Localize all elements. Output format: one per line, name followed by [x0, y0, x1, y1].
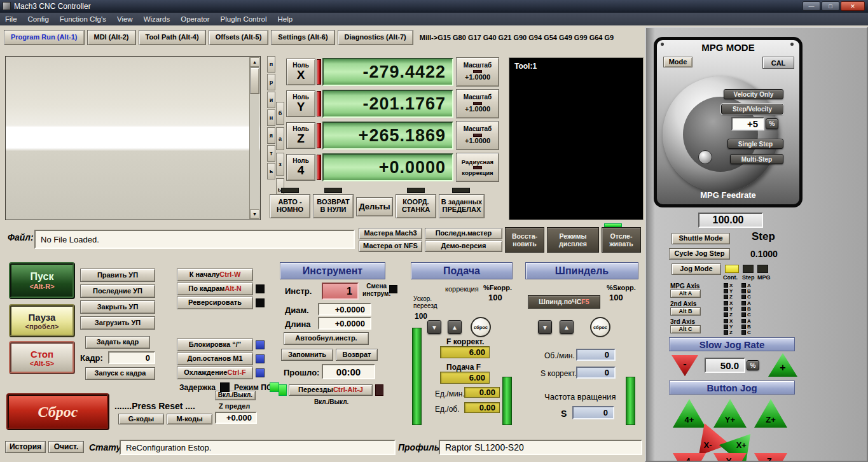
reverse-run-button[interactable]: Реверсировать [177, 297, 253, 309]
gcode-selected-line[interactable] [6, 127, 249, 139]
accept-letter[interactable]: н [267, 109, 275, 126]
menu-item-config[interactable]: Config [28, 15, 49, 23]
block-delete-button[interactable]: Блокировка “/” [177, 339, 253, 351]
jog-4-plus-button[interactable]: 4+ [673, 398, 706, 428]
zero-4-button[interactable]: Ноль 4 [286, 154, 315, 181]
spindle-reset-button[interactable]: сброс [590, 317, 610, 337]
file-name-field[interactable]: No File Loaded. [34, 230, 355, 249]
dro-z-value[interactable]: +265.1869 [322, 122, 453, 150]
second-axis-alt-b-button[interactable]: Alt B [670, 307, 701, 316]
zero-y-button[interactable]: Ноль Y [286, 90, 315, 117]
mpg-axis-alt-a-button[interactable]: Alt A [670, 290, 701, 298]
slow-jog-percent-button[interactable]: % [747, 360, 759, 370]
mpg-wheel-knob[interactable] [698, 150, 712, 164]
accept-letter[interactable]: и [267, 92, 275, 108]
scroll-up-button[interactable]: ▲ [250, 57, 259, 67]
spindle-cw-button[interactable]: Шпинд.поЧС F5 [528, 295, 600, 309]
menu-item-plugin-control[interactable]: PlugIn Control [221, 15, 267, 23]
rewind-button[interactable]: К началу Ctrl-W [177, 269, 253, 281]
demo-version-button[interactable]: Демо-версия [425, 241, 502, 252]
spindle-raise-button[interactable]: ▲ [560, 320, 574, 334]
coolant-button[interactable]: ОхлаждениеCtrl-F [177, 367, 253, 379]
z-inhibit-toggle[interactable]: Вкл./Выкл. [215, 391, 256, 400]
slow-jog-value[interactable]: 50.0 [705, 358, 745, 373]
return-position-button[interactable]: Возврат [336, 349, 378, 361]
menu-item-file[interactable]: File [5, 15, 17, 23]
soft-limits-button[interactable]: В заданныхПРЕДЕЛАХ [439, 194, 485, 218]
accept-letter[interactable]: ь [267, 163, 275, 179]
vertical-scrollbar[interactable]: ▲ ▼ [249, 57, 259, 219]
accept-letter[interactable]: п [267, 56, 275, 73]
display-mode-button[interactable]: Режимыдисплея [547, 227, 599, 253]
wizards-button[interactable]: Мастера Mach3 [359, 228, 422, 239]
dro-y-value[interactable]: -201.1767 [322, 90, 453, 118]
tab-tool-path[interactable]: Tool Path (Alt-4) [139, 30, 206, 45]
feed-lower-button[interactable]: ▼ [427, 320, 441, 334]
scale-y-button[interactable]: Масштаб +1.0000 [456, 89, 499, 118]
mpg-feedrate-value[interactable]: 100.00 [698, 213, 763, 228]
accept-letter[interactable]: я [267, 127, 275, 144]
jog-y-minus-button[interactable]: Y- [713, 453, 747, 462]
goto-zeros-button[interactable]: ВОЗВРАТВ НУЛИ [313, 194, 354, 218]
set-next-line-button[interactable]: Задать кадр [85, 336, 150, 349]
shuttle-mode-button[interactable]: Shuttle Mode [672, 233, 730, 244]
line-number-field[interactable]: 0 [108, 351, 155, 364]
accept-letter[interactable]: р [267, 74, 275, 90]
menu-item-help[interactable]: Help [277, 15, 293, 23]
gcodes-button[interactable]: G-коды [118, 414, 164, 424]
last-wizard-button[interactable]: Последн.мастер [425, 228, 502, 239]
mode-button[interactable]: Mode [663, 57, 692, 67]
regenerate-button[interactable]: Восста-новить [505, 227, 544, 253]
spindle-lower-button[interactable]: ▼ [538, 320, 552, 334]
run-from-here-button[interactable]: Запуск с кадра [85, 367, 155, 380]
fro-value[interactable]: 6.00 [440, 346, 490, 358]
velocity-only-button[interactable]: Velocity Only [724, 89, 783, 99]
load-gcode-button[interactable]: Загрузить УП [80, 316, 155, 330]
close-gcode-button[interactable]: Закрыть УП [80, 300, 155, 314]
reset-button[interactable]: Сброс [6, 393, 109, 430]
feed-override-slider[interactable] [412, 328, 422, 425]
nfs-wizards-button[interactable]: Мастера от NFS [359, 241, 422, 252]
single-block-button[interactable]: По кадрам Alt-N [177, 283, 253, 295]
edit-gcode-button[interactable]: Править УП [80, 269, 155, 282]
menu-item-view[interactable]: View [117, 15, 133, 23]
tool-number-field[interactable]: 1 [322, 283, 359, 300]
multi-step-button[interactable]: Multi-Step [730, 154, 783, 164]
radius-correction-button[interactable]: Радиусная коррекция [456, 153, 499, 182]
zero-x-button[interactable]: Ноль X [286, 59, 315, 85]
jog-y-plus-button[interactable]: Y+ [713, 398, 747, 428]
zero-z-button[interactable]: Ноль Z [286, 122, 315, 149]
feedrate-value[interactable]: 6.00 [440, 372, 490, 384]
clear-status-button[interactable]: Очист. [48, 441, 84, 453]
z-inhibit-value[interactable]: +0.000 [215, 412, 257, 424]
tab-diagnostics[interactable]: Diagnostics (Alt-7) [338, 30, 413, 45]
tab-settings[interactable]: Settings (Alt-6) [271, 30, 334, 45]
tab-offsets[interactable]: Offsets (Alt-5) [209, 30, 269, 45]
scroll-thumb[interactable] [250, 67, 259, 94]
feed-hold-button[interactable]: Пауза <пробел> [9, 304, 75, 337]
single-step-button[interactable]: Single Step [727, 139, 783, 149]
third-axis-alt-c-button[interactable]: Alt C [670, 325, 701, 333]
menu-item-function-cfgs[interactable]: Function Cfg's [60, 15, 106, 23]
minimize-button[interactable]: — [803, 1, 820, 11]
slow-jog-plus-button[interactable]: + [768, 353, 797, 377]
feed-reset-button[interactable]: сброс [471, 317, 491, 337]
deltas-button[interactable]: Дельты [356, 197, 393, 216]
menu-item-wizards[interactable]: Wizards [144, 15, 170, 23]
autonomous-button[interactable]: АВТО -НОМНО [270, 194, 310, 218]
feed-raise-button[interactable]: ▲ [448, 320, 462, 334]
history-button[interactable]: История [5, 441, 46, 453]
step-velocity-button[interactable]: Step/Velocity [721, 104, 783, 115]
scale-x-button[interactable]: Масштаб +1.0000 [456, 57, 499, 87]
scale-z-button[interactable]: Масштаб +1.0000 [456, 121, 499, 150]
cycle-start-button[interactable]: Пуск <Alt-R> [9, 262, 75, 299]
jog-z-minus-button[interactable]: Z- [754, 453, 787, 462]
tool-dia-field[interactable]: +0.0000 [318, 303, 371, 316]
mcodes-button[interactable]: М-коды [167, 414, 212, 424]
tool-len-field[interactable]: +0.0000 [318, 317, 371, 330]
step-percent-field[interactable]: +5 [731, 117, 764, 130]
jog-z-plus-button[interactable]: Z+ [754, 398, 787, 428]
step-percent-unit-button[interactable]: % [766, 118, 778, 129]
dro-4-value[interactable]: +0.0000 [322, 153, 453, 181]
jog-follow-button[interactable]: Отсле-живать [602, 227, 641, 253]
